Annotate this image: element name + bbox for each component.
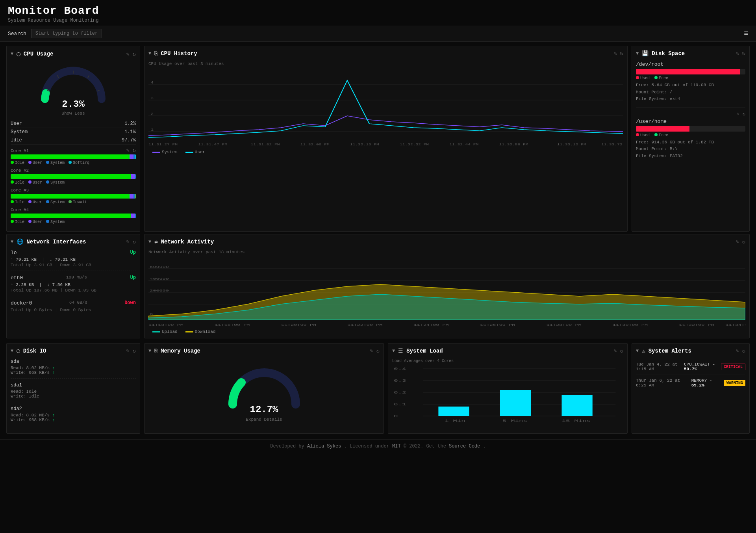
home-edit-icon[interactable]: ✎ [737,111,739,117]
sys-alerts-collapse[interactable]: ▼ [636,348,639,354]
cores-edit-icon[interactable]: ✎ [126,147,129,154]
sys-load-refresh[interactable]: ↻ [620,347,623,354]
user-label: User [11,121,22,126]
filter-icon[interactable]: ≡ [744,30,748,37]
network-activity-panel: ▼ ⇄ Network Activity ✎ ↻ Network Activit… [144,234,750,338]
cpu-hist-legend-user: User [195,150,205,154]
collapse-arrow[interactable]: ▼ [11,51,13,57]
disk-io-refresh[interactable]: ↻ [133,347,136,354]
footer-source-link[interactable]: Source Code [449,444,480,449]
svg-text:11:31:47 PM: 11:31:47 PM [198,143,227,146]
refresh-icon[interactable]: ↻ [133,51,136,58]
disk-legend-free-home: Free [659,133,668,137]
core-3-user-bar [130,194,133,199]
core-4-user-bar [131,214,135,218]
system-load-panel: ▼ ☰ System Load ✎ ↻ Load Averages over 4… [388,343,628,434]
mem-collapse[interactable]: ▼ [148,348,151,354]
legend-idle-2: Idle [15,180,24,185]
legend-idle-1: Idle [15,161,24,165]
iface-eth0-name: eth0 [11,275,23,281]
disk-space-edit[interactable]: ✎ [736,50,739,57]
svg-text:15 Mins: 15 Mins [561,419,591,423]
disk-io-collapse[interactable]: ▼ [11,348,13,354]
iface-docker0: docker0 64 GB/s Down Total Up 0 Bytes | … [11,300,136,316]
sda-name: sda [11,359,136,364]
net-legend-download: Download [195,329,216,334]
mem-edit[interactable]: ✎ [370,347,373,354]
footer-license-link[interactable]: MIT [392,444,401,449]
disk-info-root: Free: 5.64 GB out of 119.08 GB Mount Poi… [636,82,745,103]
memory-usage-panel: ▼ ⎘ Memory Usage ✎ ↻ 12.7% Expand Detail… [144,343,384,434]
svg-text:11:18:00 PM: 11:18:00 PM [215,323,250,327]
mem-icon: ⎘ [154,348,158,354]
svg-text:1: 1 [151,128,154,132]
core-1-idle-bar [11,154,130,159]
svg-text:11:33:12 PM: 11:33:12 PM [557,143,586,146]
iface-docker0-status: Down [124,300,136,306]
net-if-refresh[interactable]: ↻ [133,238,136,245]
core-2-user-bar [131,174,135,179]
core-4-idle-bar [11,214,131,218]
disk-io-sda2: sda2 Read: 8.02 MB/s ↑ Write: 968 KB/s ↑ [11,406,136,425]
alert-1-metric: CPU_IOWAIT - 50.7% [684,362,717,371]
iface-lo-rates: ↑ 79.21 KB | ↓ 79.21 KB [11,257,136,262]
edit-icon[interactable]: ✎ [126,51,129,58]
disk-space-collapse[interactable]: ▼ [636,51,639,56]
net-act-collapse[interactable]: ▼ [148,239,151,245]
mem-refresh[interactable]: ↻ [376,347,380,354]
cpu-hist-collapse[interactable]: ▼ [148,51,151,56]
svg-text:11:30:00 PM: 11:30:00 PM [613,323,648,327]
svg-text:0.3: 0.3 [394,379,406,383]
legend-softirq-1: Softirq [73,161,89,165]
cores-refresh-icon[interactable]: ↻ [133,147,136,154]
search-input[interactable] [31,29,102,38]
disk-io-edit[interactable]: ✎ [126,347,129,354]
search-label: Search [8,31,26,37]
disk-space-title: Disk Space [652,50,685,57]
core-4-system-bar [135,214,136,218]
svg-text:400000: 400000 [150,277,169,281]
cpu-history-title: CPU History [161,50,197,57]
idle-label: Idle [11,137,22,143]
disk-legend-used-home: Used [640,133,650,137]
svg-text:11:32:44 PM: 11:32:44 PM [449,143,478,146]
disk-path-home: /user/home [636,119,745,124]
system-load-chart: 0.4 0.3 0.2 0.1 0 1 Min 5 Mins 15 Mins [392,365,623,424]
sda2-read: Read: 8.02 MB/s ↑ [11,413,136,418]
net-act-edit[interactable]: ✎ [736,238,739,245]
disk-space-panel: ▼ 💾 Disk Space ✎ ↻ /dev/root Used Free F… [632,46,750,232]
sda1-name: sda1 [11,383,136,388]
disk-mount-root: Mount Point: / [636,89,745,96]
legend-iowait-3: Iowait [73,200,87,204]
load-bar-5min [500,390,531,416]
sys-load-edit[interactable]: ✎ [613,347,617,354]
disk-info-home: Free: 914.36 GB out of 1.82 TB Mount Poi… [636,139,745,160]
sys-alerts-edit[interactable]: ✎ [736,347,739,354]
home-refresh-icon[interactable]: ↻ [743,111,745,117]
svg-text:11:31:52 PM: 11:31:52 PM [250,143,280,146]
footer-author[interactable]: Alicia Sykes [307,444,341,449]
net-if-collapse[interactable]: ▼ [11,239,13,245]
disk-bar-root [636,69,745,74]
show-less-button[interactable]: Show Less [61,111,85,116]
disk-space-refresh[interactable]: ↻ [742,50,745,57]
cpu-gauge-svg [38,63,109,103]
sys-load-collapse[interactable]: ▼ [392,348,395,354]
expand-details-button[interactable]: Expand Details [246,417,282,422]
legend-idle-4: Idle [15,220,24,224]
svg-text:11:26:00 PM: 11:26:00 PM [480,323,515,327]
cpu-hist-refresh[interactable]: ↻ [620,50,623,57]
net-if-edit[interactable]: ✎ [126,238,129,245]
sys-load-icon: ☰ [398,347,403,354]
iface-eth0-rates: ↑ 2.28 KB | ↓ 7.56 KB [11,282,136,287]
cpu-hist-edit[interactable]: ✎ [613,50,617,57]
sys-alerts-refresh[interactable]: ↻ [742,347,745,354]
svg-text:2: 2 [151,112,154,116]
sda-read: Read: 8.02 MB/s ↑ [11,366,136,370]
net-activity-title: Network Activity [161,239,214,245]
disk-free-text-home: Free: 914.36 GB out of 1.82 TB [636,139,745,146]
cpu-gauge-value: 2.3% [62,99,85,110]
disk-legend-free-root: Free [659,76,668,80]
net-act-refresh[interactable]: ↻ [742,238,745,245]
core-1-softirq-bar [135,154,136,159]
